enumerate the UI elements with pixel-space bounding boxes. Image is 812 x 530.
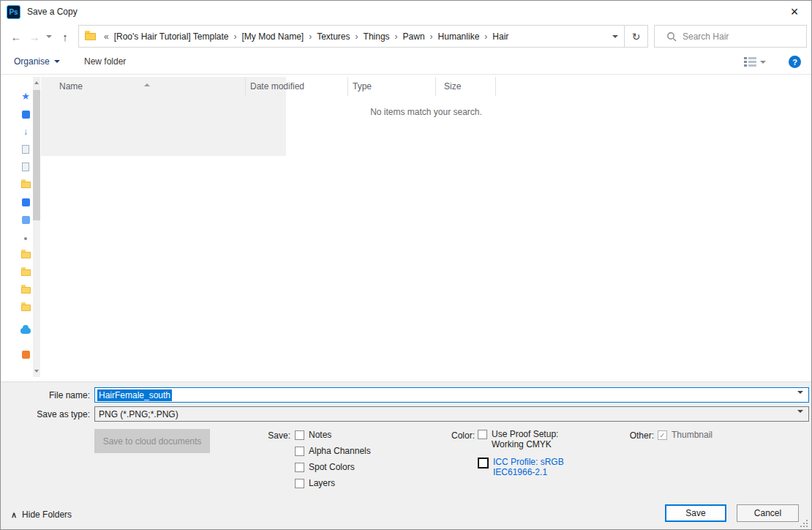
recycle-bin-icon: [22, 351, 30, 359]
breadcrumb-separator-icon[interactable]: ›: [481, 31, 491, 42]
hide-folders-label: Hide Folders: [22, 510, 72, 520]
checkbox-label-line2: Working CMYK: [492, 439, 558, 449]
sidebar-item-document-2[interactable]: [20, 161, 31, 173]
search-icon: [666, 31, 677, 42]
up-button[interactable]: ↑: [55, 27, 75, 46]
checkbox-label: Spot Colors: [309, 462, 355, 472]
breadcrumb-separator-icon[interactable]: ›: [426, 31, 437, 42]
breadcrumb-item[interactable]: Hair: [491, 31, 510, 42]
forward-icon: →: [29, 31, 40, 43]
checkbox-label: Thumbnail: [672, 430, 713, 440]
breadcrumb-item[interactable]: Pawn: [402, 31, 426, 42]
breadcrumb-item[interactable]: Textures: [315, 31, 351, 42]
scroll-up-button[interactable]: [33, 77, 40, 89]
sidebar-item-document-1[interactable]: [20, 143, 31, 155]
empty-state-message: No items match your search.: [41, 107, 811, 117]
checkbox-spot-colors[interactable]: Spot Colors: [295, 462, 371, 472]
refresh-button[interactable]: ↻: [624, 26, 647, 47]
address-bar[interactable]: « [Roo's Hair Tutorial] Template › [My M…: [78, 25, 648, 48]
folder-icon: [21, 182, 31, 188]
checkbox-alpha-channels[interactable]: Alpha Channels: [295, 446, 371, 456]
other-options-group: ✓ Thumbnail: [658, 430, 713, 446]
folder-icon: [21, 252, 31, 258]
breadcrumb-overflow-button[interactable]: «: [100, 31, 113, 42]
folder-icon: [85, 33, 96, 40]
column-header-name[interactable]: Name: [41, 77, 246, 96]
cancel-button[interactable]: Cancel: [737, 504, 799, 522]
checkbox-use-proof-setup[interactable]: Use Proof Setup: Working CMYK: [478, 429, 564, 449]
checkbox-layers[interactable]: Layers: [295, 478, 371, 488]
recent-locations-button[interactable]: [43, 27, 55, 46]
file-name-input[interactable]: HairFemale_south: [94, 387, 809, 403]
column-header-date-modified[interactable]: Date modified: [246, 77, 348, 96]
column-header-type[interactable]: Type: [348, 77, 436, 96]
address-dropdown-button[interactable]: [606, 26, 624, 47]
breadcrumb-separator-icon[interactable]: ›: [352, 31, 362, 42]
save-as-type-select[interactable]: PNG (*.PNG;*.PNG): [94, 406, 809, 422]
checkbox-notes[interactable]: Notes: [295, 430, 371, 440]
scrollbar-thumb[interactable]: [33, 90, 40, 220]
chevron-up-icon: ∧: [11, 510, 17, 520]
check-icon: ✓: [659, 431, 665, 439]
nav-buttons: ← → ↑: [7, 23, 75, 51]
sidebar-item-divider: [20, 233, 31, 245]
sidebar-item-downloads[interactable]: ↓: [20, 126, 31, 138]
checkbox-label: Alpha Channels: [309, 446, 371, 456]
forward-button[interactable]: →: [26, 27, 43, 46]
help-icon: ?: [792, 58, 797, 67]
up-icon: ↑: [62, 31, 68, 43]
save-as-type-dropdown-button[interactable]: [797, 413, 803, 423]
back-button[interactable]: ←: [7, 27, 26, 46]
refresh-icon: ↻: [632, 31, 641, 42]
breadcrumb-separator-icon[interactable]: ›: [305, 31, 315, 42]
save-group-label: Save:: [247, 430, 290, 441]
checkbox-label-line1: ICC Profile: sRGB: [493, 457, 564, 467]
hide-folders-button[interactable]: ∧ Hide Folders: [11, 510, 72, 520]
sidebar-item-videos[interactable]: [20, 214, 31, 225]
sidebar-item-folder-2[interactable]: [20, 249, 31, 261]
breadcrumb-item[interactable]: [My Mod Name]: [241, 31, 306, 42]
breadcrumb-separator-icon[interactable]: ›: [391, 31, 402, 42]
search-box[interactable]: [654, 25, 807, 48]
sidebar-item-dropbox[interactable]: [20, 108, 31, 120]
scroll-down-button[interactable]: [33, 365, 40, 377]
organise-button[interactable]: Organise: [14, 56, 60, 67]
sidebar-item-folder-3[interactable]: [20, 266, 31, 278]
sidebar-item-folder-4[interactable]: [20, 284, 31, 296]
checkbox-box: [295, 479, 304, 488]
sidebar-item-onedrive[interactable]: [20, 325, 31, 337]
breadcrumb-item[interactable]: Humanlike: [437, 31, 481, 42]
sidebar-scrollbar[interactable]: [33, 77, 40, 377]
checkbox-box: [295, 463, 304, 472]
chevron-down-icon: [46, 35, 52, 38]
breadcrumb-item[interactable]: Things: [362, 31, 391, 42]
save-to-cloud-button[interactable]: Save to cloud documents: [94, 429, 210, 453]
sidebar-item-quick-access[interactable]: ★: [20, 90, 31, 102]
dropbox-icon: [22, 111, 30, 119]
resize-grip[interactable]: [806, 520, 808, 521]
file-name-dropdown-button[interactable]: [797, 394, 803, 404]
computer-icon: [22, 198, 30, 206]
sidebar-item-folder-5[interactable]: [20, 302, 31, 313]
folder-icon: [21, 269, 31, 276]
checkbox-icc-profile[interactable]: ICC Profile: sRGB IEC61966-2.1: [478, 457, 564, 477]
new-folder-button[interactable]: New folder: [84, 56, 126, 67]
breadcrumb-separator-icon[interactable]: ›: [230, 31, 241, 42]
sidebar-item-recycle-bin[interactable]: [20, 348, 31, 360]
save-button[interactable]: Save: [665, 504, 726, 522]
checkbox-label-line1: Use Proof Setup:: [492, 429, 558, 439]
sidebar-item-folder-1[interactable]: [20, 179, 31, 190]
breadcrumb-item[interactable]: [Roo's Hair Tutorial] Template: [113, 31, 230, 42]
chevron-down-icon: [34, 370, 39, 373]
column-header-size[interactable]: Size: [436, 77, 496, 96]
chevron-down-icon: [797, 410, 803, 423]
sidebar-item-this-pc[interactable]: [20, 196, 31, 208]
checkbox-thumbnail[interactable]: ✓ Thumbnail: [658, 430, 713, 440]
other-group-label: Other:: [610, 430, 654, 441]
close-button[interactable]: ×: [778, 1, 811, 23]
window-title: Save a Copy: [27, 7, 78, 17]
search-input[interactable]: [683, 31, 792, 42]
download-arrow-icon: ↓: [23, 127, 28, 137]
help-button[interactable]: ?: [789, 56, 801, 68]
view-options-button[interactable]: [744, 57, 766, 67]
